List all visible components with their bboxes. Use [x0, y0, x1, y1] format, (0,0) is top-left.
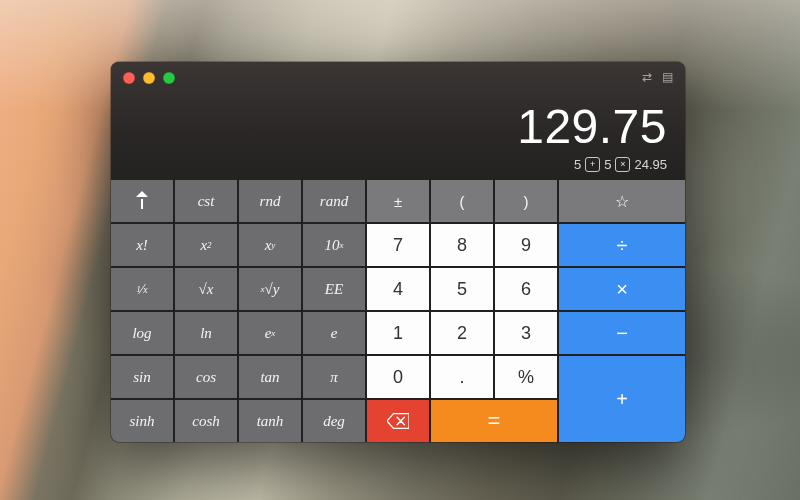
tape-op-times: ×	[615, 157, 630, 172]
display-tape: 5 + 5 × 24.95	[517, 157, 667, 172]
tape-operand: 5	[604, 157, 611, 172]
calculator-window: ⇄ ▤ 129.75 5 + 5 × 24.95 cst rnd rand ± …	[111, 62, 685, 442]
tape-operand: 5	[574, 157, 581, 172]
zoom-icon[interactable]	[163, 72, 175, 84]
multiply-button[interactable]: ×	[559, 268, 685, 310]
display: 129.75 5 + 5 × 24.95	[517, 103, 667, 172]
digit-2-button[interactable]: 2	[431, 312, 493, 354]
close-icon[interactable]	[123, 72, 135, 84]
divide-button[interactable]: ÷	[559, 224, 685, 266]
label: y	[271, 240, 275, 250]
label: x	[271, 328, 275, 338]
titlebar-tools: ⇄ ▤	[642, 70, 673, 84]
sqrt-button[interactable]: √x	[175, 268, 237, 310]
sin-button[interactable]: sin	[111, 356, 173, 398]
decimal-button[interactable]: .	[431, 356, 493, 398]
digit-4-button[interactable]: 4	[367, 268, 429, 310]
minimize-icon[interactable]	[143, 72, 155, 84]
e-button[interactable]: e	[303, 312, 365, 354]
tanh-button[interactable]: tanh	[239, 400, 301, 442]
star-icon: ☆	[615, 192, 629, 211]
nth-root-button[interactable]: x√y	[239, 268, 301, 310]
cosh-button[interactable]: cosh	[175, 400, 237, 442]
label: 10	[325, 237, 340, 254]
titlebar: ⇄ ▤ 129.75 5 + 5 × 24.95	[111, 62, 685, 180]
tape-op-plus: +	[585, 157, 600, 172]
rnd-button[interactable]: rnd	[239, 180, 301, 222]
sinh-button[interactable]: sinh	[111, 400, 173, 442]
label: √y	[265, 281, 280, 298]
arrow-up-icon	[136, 194, 148, 209]
label: x	[340, 240, 344, 250]
window-controls	[123, 72, 175, 84]
ten-power-button[interactable]: 10x	[303, 224, 365, 266]
add-button[interactable]: +	[559, 356, 685, 442]
tan-button[interactable]: tan	[239, 356, 301, 398]
digit-6-button[interactable]: 6	[495, 268, 557, 310]
tape-operand: 24.95	[634, 157, 667, 172]
backspace-button[interactable]	[367, 400, 429, 442]
cos-button[interactable]: cos	[175, 356, 237, 398]
reciprocal-button[interactable]: 1⁄x	[111, 268, 173, 310]
shift-button[interactable]	[111, 180, 173, 222]
cst-button[interactable]: cst	[175, 180, 237, 222]
equals-button[interactable]: =	[431, 400, 557, 442]
log-button[interactable]: log	[111, 312, 173, 354]
subtract-button[interactable]: −	[559, 312, 685, 354]
plus-minus-button[interactable]: ±	[367, 180, 429, 222]
digit-7-button[interactable]: 7	[367, 224, 429, 266]
digit-1-button[interactable]: 1	[367, 312, 429, 354]
square-button[interactable]: x2	[175, 224, 237, 266]
digit-8-button[interactable]: 8	[431, 224, 493, 266]
history-icon[interactable]: ▤	[662, 70, 673, 84]
power-button[interactable]: xy	[239, 224, 301, 266]
swap-icon[interactable]: ⇄	[642, 70, 652, 84]
label: 2	[207, 240, 212, 250]
digit-0-button[interactable]: 0	[367, 356, 429, 398]
pi-button[interactable]: π	[303, 356, 365, 398]
e-power-button[interactable]: ex	[239, 312, 301, 354]
ee-button[interactable]: EE	[303, 268, 365, 310]
label: 1	[136, 284, 141, 294]
backspace-icon	[387, 413, 409, 429]
keypad: cst rnd rand ± ( ) ☆ x! x2 xy 10x 7 8 9 …	[111, 180, 685, 442]
digit-5-button[interactable]: 5	[431, 268, 493, 310]
label: x	[200, 237, 207, 254]
digit-3-button[interactable]: 3	[495, 312, 557, 354]
favorite-button[interactable]: ☆	[559, 180, 685, 222]
digit-9-button[interactable]: 9	[495, 224, 557, 266]
factorial-button[interactable]: x!	[111, 224, 173, 266]
display-result: 129.75	[517, 103, 667, 151]
percent-button[interactable]: %	[495, 356, 557, 398]
left-paren-button[interactable]: (	[431, 180, 493, 222]
deg-button[interactable]: deg	[303, 400, 365, 442]
rand-button[interactable]: rand	[303, 180, 365, 222]
label: x	[143, 284, 147, 295]
right-paren-button[interactable]: )	[495, 180, 557, 222]
ln-button[interactable]: ln	[175, 312, 237, 354]
